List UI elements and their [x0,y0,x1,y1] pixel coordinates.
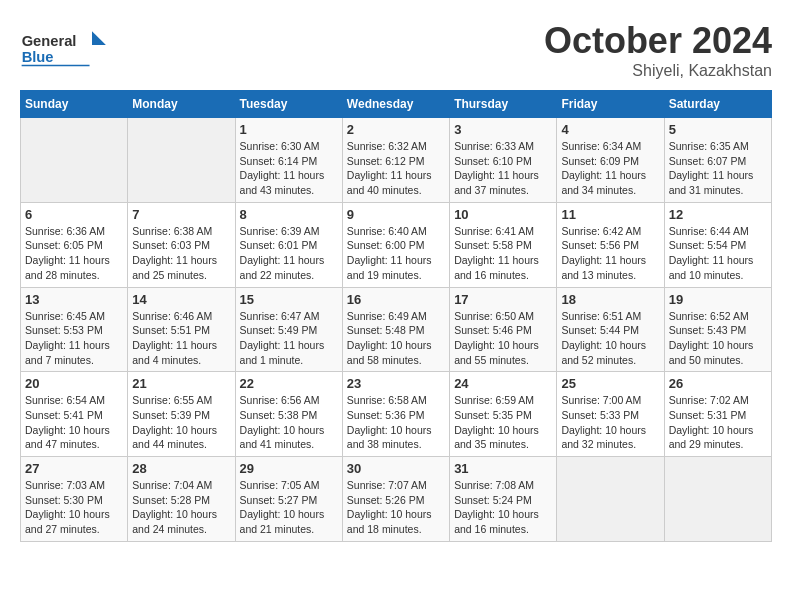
calendar-cell: 30Sunrise: 7:07 AMSunset: 5:26 PMDayligh… [342,457,449,542]
day-info: Sunrise: 7:03 AMSunset: 5:30 PMDaylight:… [25,478,123,537]
calendar-cell: 13Sunrise: 6:45 AMSunset: 5:53 PMDayligh… [21,287,128,372]
calendar-cell: 1Sunrise: 6:30 AMSunset: 6:14 PMDaylight… [235,118,342,203]
day-number: 31 [454,461,552,476]
day-number: 10 [454,207,552,222]
svg-text:Blue: Blue [22,49,54,65]
day-info: Sunrise: 6:44 AMSunset: 5:54 PMDaylight:… [669,224,767,283]
day-number: 8 [240,207,338,222]
calendar-cell: 23Sunrise: 6:58 AMSunset: 5:36 PMDayligh… [342,372,449,457]
calendar-cell [664,457,771,542]
week-row-4: 20Sunrise: 6:54 AMSunset: 5:41 PMDayligh… [21,372,772,457]
weekday-header-sunday: Sunday [21,91,128,118]
calendar-cell: 2Sunrise: 6:32 AMSunset: 6:12 PMDaylight… [342,118,449,203]
calendar-cell: 22Sunrise: 6:56 AMSunset: 5:38 PMDayligh… [235,372,342,457]
day-number: 2 [347,122,445,137]
day-number: 9 [347,207,445,222]
weekday-header-row: SundayMondayTuesdayWednesdayThursdayFrid… [21,91,772,118]
weekday-header-tuesday: Tuesday [235,91,342,118]
day-info: Sunrise: 7:02 AMSunset: 5:31 PMDaylight:… [669,393,767,452]
calendar-cell: 8Sunrise: 6:39 AMSunset: 6:01 PMDaylight… [235,202,342,287]
day-number: 11 [561,207,659,222]
calendar-cell: 7Sunrise: 6:38 AMSunset: 6:03 PMDaylight… [128,202,235,287]
calendar-cell: 24Sunrise: 6:59 AMSunset: 5:35 PMDayligh… [450,372,557,457]
weekday-header-saturday: Saturday [664,91,771,118]
day-number: 18 [561,292,659,307]
calendar-cell [557,457,664,542]
day-info: Sunrise: 7:08 AMSunset: 5:24 PMDaylight:… [454,478,552,537]
day-number: 25 [561,376,659,391]
day-number: 7 [132,207,230,222]
day-info: Sunrise: 6:55 AMSunset: 5:39 PMDaylight:… [132,393,230,452]
calendar-cell: 26Sunrise: 7:02 AMSunset: 5:31 PMDayligh… [664,372,771,457]
day-info: Sunrise: 6:34 AMSunset: 6:09 PMDaylight:… [561,139,659,198]
weekday-header-monday: Monday [128,91,235,118]
day-number: 26 [669,376,767,391]
day-number: 23 [347,376,445,391]
day-info: Sunrise: 6:35 AMSunset: 6:07 PMDaylight:… [669,139,767,198]
calendar-cell: 17Sunrise: 6:50 AMSunset: 5:46 PMDayligh… [450,287,557,372]
location-title: Shiyeli, Kazakhstan [544,62,772,80]
calendar-cell [128,118,235,203]
day-number: 28 [132,461,230,476]
day-number: 17 [454,292,552,307]
calendar-cell: 21Sunrise: 6:55 AMSunset: 5:39 PMDayligh… [128,372,235,457]
day-number: 29 [240,461,338,476]
day-info: Sunrise: 6:30 AMSunset: 6:14 PMDaylight:… [240,139,338,198]
calendar-cell: 18Sunrise: 6:51 AMSunset: 5:44 PMDayligh… [557,287,664,372]
day-info: Sunrise: 6:56 AMSunset: 5:38 PMDaylight:… [240,393,338,452]
calendar-cell: 4Sunrise: 6:34 AMSunset: 6:09 PMDaylight… [557,118,664,203]
weekday-header-thursday: Thursday [450,91,557,118]
calendar-cell: 6Sunrise: 6:36 AMSunset: 6:05 PMDaylight… [21,202,128,287]
calendar-cell: 19Sunrise: 6:52 AMSunset: 5:43 PMDayligh… [664,287,771,372]
day-number: 27 [25,461,123,476]
calendar-cell: 20Sunrise: 6:54 AMSunset: 5:41 PMDayligh… [21,372,128,457]
day-number: 21 [132,376,230,391]
day-info: Sunrise: 6:59 AMSunset: 5:35 PMDaylight:… [454,393,552,452]
title-block: October 2024 Shiyeli, Kazakhstan [544,20,772,80]
day-number: 12 [669,207,767,222]
day-number: 19 [669,292,767,307]
day-info: Sunrise: 6:41 AMSunset: 5:58 PMDaylight:… [454,224,552,283]
calendar-cell: 31Sunrise: 7:08 AMSunset: 5:24 PMDayligh… [450,457,557,542]
day-info: Sunrise: 7:00 AMSunset: 5:33 PMDaylight:… [561,393,659,452]
day-info: Sunrise: 6:39 AMSunset: 6:01 PMDaylight:… [240,224,338,283]
day-number: 13 [25,292,123,307]
calendar-cell: 29Sunrise: 7:05 AMSunset: 5:27 PMDayligh… [235,457,342,542]
logo-image: General Blue [20,20,110,75]
calendar-cell: 11Sunrise: 6:42 AMSunset: 5:56 PMDayligh… [557,202,664,287]
week-row-3: 13Sunrise: 6:45 AMSunset: 5:53 PMDayligh… [21,287,772,372]
day-info: Sunrise: 6:51 AMSunset: 5:44 PMDaylight:… [561,309,659,368]
calendar-cell: 9Sunrise: 6:40 AMSunset: 6:00 PMDaylight… [342,202,449,287]
calendar-table: SundayMondayTuesdayWednesdayThursdayFrid… [20,90,772,542]
month-title: October 2024 [544,20,772,62]
week-row-5: 27Sunrise: 7:03 AMSunset: 5:30 PMDayligh… [21,457,772,542]
calendar-cell: 25Sunrise: 7:00 AMSunset: 5:33 PMDayligh… [557,372,664,457]
day-info: Sunrise: 6:32 AMSunset: 6:12 PMDaylight:… [347,139,445,198]
day-number: 3 [454,122,552,137]
day-info: Sunrise: 7:05 AMSunset: 5:27 PMDaylight:… [240,478,338,537]
calendar-cell [21,118,128,203]
day-number: 4 [561,122,659,137]
calendar-cell: 3Sunrise: 6:33 AMSunset: 6:10 PMDaylight… [450,118,557,203]
day-number: 5 [669,122,767,137]
day-info: Sunrise: 6:47 AMSunset: 5:49 PMDaylight:… [240,309,338,368]
calendar-cell: 5Sunrise: 6:35 AMSunset: 6:07 PMDaylight… [664,118,771,203]
day-info: Sunrise: 6:33 AMSunset: 6:10 PMDaylight:… [454,139,552,198]
day-number: 15 [240,292,338,307]
calendar-cell: 12Sunrise: 6:44 AMSunset: 5:54 PMDayligh… [664,202,771,287]
weekday-header-wednesday: Wednesday [342,91,449,118]
day-number: 22 [240,376,338,391]
calendar-cell: 16Sunrise: 6:49 AMSunset: 5:48 PMDayligh… [342,287,449,372]
day-info: Sunrise: 6:36 AMSunset: 6:05 PMDaylight:… [25,224,123,283]
svg-marker-2 [92,31,106,45]
calendar-cell: 10Sunrise: 6:41 AMSunset: 5:58 PMDayligh… [450,202,557,287]
day-number: 20 [25,376,123,391]
day-info: Sunrise: 6:46 AMSunset: 5:51 PMDaylight:… [132,309,230,368]
day-info: Sunrise: 6:42 AMSunset: 5:56 PMDaylight:… [561,224,659,283]
logo: General Blue [20,20,110,75]
day-info: Sunrise: 6:54 AMSunset: 5:41 PMDaylight:… [25,393,123,452]
day-info: Sunrise: 6:40 AMSunset: 6:00 PMDaylight:… [347,224,445,283]
weekday-header-friday: Friday [557,91,664,118]
day-number: 24 [454,376,552,391]
week-row-1: 1Sunrise: 6:30 AMSunset: 6:14 PMDaylight… [21,118,772,203]
